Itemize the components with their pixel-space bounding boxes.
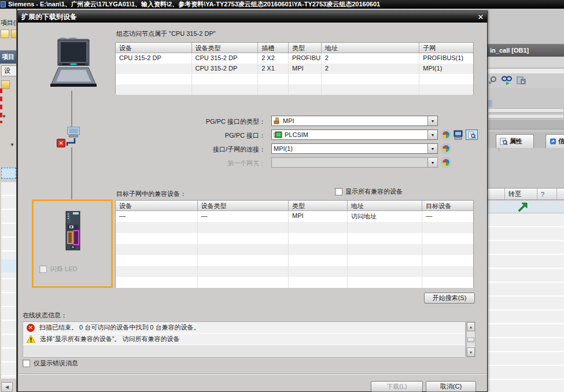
show-all-devices-label: 显示所有兼容的设备 xyxy=(345,187,403,196)
help-column-header[interactable]: ? xyxy=(537,188,557,199)
errors-only-checkbox[interactable] xyxy=(23,360,30,367)
config-nodes-table: 设备 设备类型 插槽 类型 地址 子网 CPU 315-2 DP CPU 315… xyxy=(115,42,474,95)
dark-bar xyxy=(488,120,564,130)
table-row-empty xyxy=(116,74,473,84)
add-device-icon[interactable] xyxy=(1,80,10,89)
laptop-image xyxy=(50,36,97,91)
pg-type-label: PG/PC 接口的类型： xyxy=(117,117,266,126)
column-header[interactable]: 设备 xyxy=(116,43,192,53)
pg-interface-dropdown[interactable]: PLCSIM ▼ xyxy=(271,130,438,140)
new-project-icon[interactable] xyxy=(1,29,9,38)
editor-subbar xyxy=(488,57,564,68)
table-row[interactable]: — — MPI 访问地址 — xyxy=(116,211,473,222)
column-header[interactable]: 地址 xyxy=(348,201,423,210)
show-accessible-icon[interactable] xyxy=(466,130,478,140)
chevron-down-icon[interactable]: ▼ xyxy=(2,114,6,119)
column-header[interactable]: 设备 xyxy=(116,201,198,210)
monitor-glasses-icon[interactable] xyxy=(502,76,512,85)
errors-only-label: 仅显示错误消息 xyxy=(34,359,78,368)
download-button[interactable]: 下载(L) xyxy=(371,381,423,392)
app-title-bar: Siemens - E:\nan\1、广州凌云\17LYGA01\1、输入资料\… xyxy=(0,0,564,9)
show-all-devices-checkbox[interactable] xyxy=(335,188,342,195)
pg-type-dropdown[interactable]: MPI ▼ xyxy=(271,116,438,126)
flash-led-checkbox[interactable] xyxy=(39,265,47,273)
menu-project[interactable]: 项目(P) xyxy=(1,19,17,27)
scroll-left-button[interactable]: ◀ xyxy=(1,382,13,392)
scroll-up-icon[interactable]: ▲ xyxy=(467,322,475,331)
app-logo-icon xyxy=(1,1,6,8)
chevron-down-icon: ▼ xyxy=(427,158,437,167)
editor-toolbar xyxy=(488,74,564,88)
subnet-connection-dropdown[interactable]: MPI(1) ▼ xyxy=(271,143,438,154)
extended-download-dialog: 扩展的下载到设备 ✕ ✕ xyxy=(17,10,488,392)
column-header[interactable]: 地址 xyxy=(322,43,419,53)
editor-title: in_call [OB1] xyxy=(488,44,564,57)
screen: Siemens - E:\nan\1、广州凌云\17LYGA01\1、输入资料\… xyxy=(0,0,564,392)
message-scrollbar[interactable]: ▲ ▼ xyxy=(466,321,475,357)
block-call-icon[interactable] xyxy=(517,76,526,85)
column-header[interactable]: 子网 xyxy=(419,43,473,53)
table-row-empty xyxy=(116,84,473,95)
column-header[interactable]: 类型 xyxy=(289,43,322,53)
table-row-empty xyxy=(116,222,473,233)
dialog-title-bar: 扩展的下载到设备 ✕ xyxy=(18,11,487,23)
column-header[interactable]: 插槽 xyxy=(258,43,289,53)
error-icon: ✕ xyxy=(27,324,35,332)
close-icon[interactable]: ✕ xyxy=(475,12,486,22)
mpi-connector-icon xyxy=(274,117,281,124)
table-row[interactable]: CPU 315-2 DP 2 X1 MPI 2 MPI(1) xyxy=(116,64,473,74)
goto-arrow-icon xyxy=(518,202,528,212)
tree-selected-item[interactable] xyxy=(1,168,16,179)
table-row[interactable]: CPU 315-2 DP CPU 315-2 DP 2 X2 PROFIBUS … xyxy=(116,53,473,64)
tab-devices[interactable]: 设 xyxy=(1,65,16,76)
search-icon[interactable] xyxy=(488,76,497,85)
table-row-empty xyxy=(116,266,473,277)
accessible-devices-icon[interactable] xyxy=(453,130,463,140)
chevron-down-icon[interactable]: ▼ xyxy=(10,143,14,147)
column-header[interactable]: 目标设备 xyxy=(422,201,473,210)
table-rows xyxy=(488,213,564,392)
connection-line xyxy=(71,91,72,130)
online-status-label: 在线状态信息： xyxy=(23,311,67,320)
status-message[interactable]: ✕ 扫描已结束。 0 台可访问的设备中找到 0 台兼容的设备。 xyxy=(23,322,465,334)
shield-icon xyxy=(441,158,451,167)
status-message-list: ✕ 扫描已结束。 0 台可访问的设备中找到 0 台兼容的设备。 选择“显示所有兼… xyxy=(23,321,466,357)
goto-column-header[interactable]: 转至 xyxy=(505,188,537,199)
table-row-empty xyxy=(116,255,473,266)
compatible-devices-table: 设备 设备类型 类型 地址 目标设备 — — MPI 访问地址 — xyxy=(115,200,474,288)
status-message-empty xyxy=(23,345,465,357)
tab-properties[interactable]: 属性 xyxy=(496,134,534,148)
scroll-down-icon[interactable]: ▼ xyxy=(467,347,475,357)
first-gateway-label: 第一个网关： xyxy=(117,159,266,168)
column-header[interactable]: 类型 xyxy=(289,201,348,210)
table-row-empty xyxy=(116,233,473,244)
first-gateway-dropdown: ▼ xyxy=(271,157,438,168)
info-icon xyxy=(550,138,556,145)
status-message[interactable]: 选择“显示所有兼容的设备”。 访问所有兼容的设备 xyxy=(23,334,465,345)
goto-spacer xyxy=(488,188,505,199)
goto-arrow-row[interactable] xyxy=(488,201,564,213)
app-title: Siemens - E:\nan\1、广州凌云\17LYGA01\1、输入资料\… xyxy=(8,0,380,9)
tree-highlight-row[interactable] xyxy=(1,260,17,272)
cancel-button[interactable]: 取消(C) xyxy=(426,381,476,392)
column-header[interactable]: 设备类型 xyxy=(198,201,289,210)
clipped-icon xyxy=(488,100,492,107)
plcsim-card-icon xyxy=(274,131,282,138)
pg-interface-label: PG/PC 接口： xyxy=(117,131,266,140)
flash-led-label: 闪烁 LED xyxy=(50,265,77,273)
dialog-title: 扩展的下载到设备 xyxy=(21,12,77,22)
chevron-down-icon[interactable]: ▼ xyxy=(427,116,437,125)
warning-icon xyxy=(27,335,35,343)
tree-rows xyxy=(1,182,17,379)
start-search-button[interactable]: 开始搜索(S) xyxy=(424,293,475,304)
scroll-thumb[interactable] xyxy=(467,338,474,342)
thin-bar xyxy=(488,108,564,113)
target-subnet-label: 目标子网中的兼容设备： xyxy=(116,190,186,198)
dialog-footer-divider xyxy=(18,373,487,375)
chevron-down-icon[interactable]: ▼ xyxy=(427,130,437,139)
chevron-down-icon[interactable]: ▼ xyxy=(427,144,437,153)
editor-strip xyxy=(488,69,564,73)
tab-info[interactable]: 信 xyxy=(545,134,564,148)
column-header[interactable]: 设备类型 xyxy=(192,43,259,53)
inspector-tabs: 属性 信 xyxy=(488,132,564,148)
